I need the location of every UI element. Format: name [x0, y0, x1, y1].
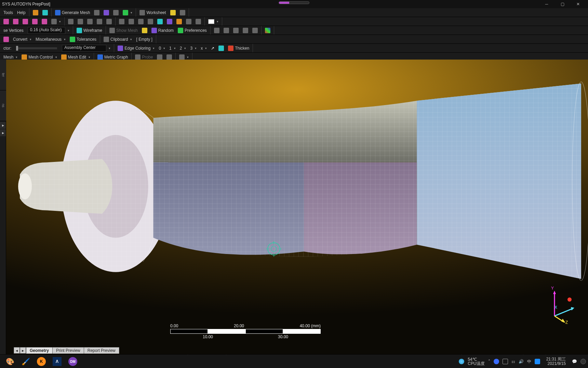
tray-chevron-icon[interactable]: ˄	[488, 359, 490, 364]
zoom-prev-button[interactable]	[146, 18, 155, 25]
tray-s-icon[interactable]	[535, 359, 540, 364]
info-icon-button[interactable]	[168, 9, 178, 16]
tolerances-button[interactable]: Tolerances	[68, 36, 98, 43]
tab-report-preview[interactable]: Report Preview	[84, 347, 119, 354]
zoom-out-button[interactable]	[104, 18, 114, 25]
tray-clock[interactable]: 21:31 周三 2021/9/15	[544, 357, 569, 366]
view-btn-c[interactable]	[184, 18, 193, 25]
taskbar-app-k[interactable]: K	[35, 356, 48, 367]
orientation-triad[interactable]: X Y Z	[544, 286, 575, 327]
tray-battery-icon[interactable]	[503, 359, 508, 364]
convert-icon-btn[interactable]	[1, 36, 11, 43]
undo-icon	[68, 19, 74, 24]
preferences-button[interactable]: Preferences	[176, 27, 209, 34]
tray-pin-icon[interactable]	[580, 359, 586, 364]
axis-btn-1[interactable]	[212, 27, 222, 34]
random-star-button[interactable]	[140, 27, 149, 34]
sel-btn-1[interactable]	[1, 18, 11, 25]
minimize-button[interactable]: ─	[539, 0, 554, 8]
cube-color-button[interactable]	[263, 27, 272, 34]
tray-sync-icon[interactable]	[494, 359, 499, 364]
zoom-fit-button[interactable]	[85, 18, 95, 25]
color-swatch[interactable]	[206, 18, 220, 25]
axis5-icon	[252, 28, 258, 33]
miscellaneous-button[interactable]: Miscellaneous	[34, 36, 68, 43]
sel-btn-3[interactable]	[21, 18, 30, 25]
tab-geometry[interactable]: Geometry	[26, 347, 53, 354]
maximize-button[interactable]: ▢	[554, 0, 570, 8]
taskbar-app-palette[interactable]: 🎨	[3, 356, 17, 367]
edge-x[interactable]: x	[199, 45, 209, 52]
sel-btn-4[interactable]	[30, 18, 40, 25]
axis-btn-2[interactable]	[222, 27, 231, 34]
left-expand-1[interactable]: ▸	[0, 122, 6, 129]
generate-mesh-button[interactable]: Generate Mesh	[53, 9, 92, 16]
redo-button[interactable]	[76, 18, 85, 25]
sel-btn-2[interactable]	[11, 18, 21, 25]
edge-2[interactable]: 2	[178, 45, 188, 52]
left-tab-b[interactable]: ns	[0, 90, 6, 121]
zoom-box-button[interactable]	[117, 18, 126, 25]
swatch-icon	[208, 19, 214, 24]
tray-notifications-icon[interactable]: 💬	[572, 359, 577, 364]
edge-coloring-button[interactable]: Edge Coloring	[116, 45, 157, 52]
random-button[interactable]: Random	[149, 27, 176, 34]
view-btn-a[interactable]	[165, 18, 174, 25]
zoom-in-button[interactable]	[95, 18, 104, 25]
thicken-button[interactable]: Thicken	[226, 45, 251, 52]
unknown-icon-1[interactable]	[31, 9, 40, 16]
check-icon	[178, 28, 183, 33]
axis-btn-3[interactable]	[231, 27, 241, 34]
bars-button[interactable]	[216, 45, 226, 52]
icon-btn-c[interactable]	[111, 9, 121, 16]
view-btn-b[interactable]	[174, 18, 184, 25]
assembly-center-value[interactable]: Assembly Center	[62, 45, 106, 52]
menu-help[interactable]: Help	[15, 9, 28, 16]
convert-button[interactable]: Convert	[11, 36, 34, 43]
arrow-button[interactable]: ↗	[209, 45, 216, 52]
scale-input[interactable]: 0.16 (Auto Scale)	[26, 27, 71, 34]
clipboard-button[interactable]: Clipboard	[102, 36, 134, 43]
axis-btn-5[interactable]	[250, 27, 260, 34]
worksheet-button[interactable]: Worksheet	[137, 9, 168, 16]
temp-widget[interactable]: 54℃ CPU温度	[468, 357, 484, 366]
left-expand-2[interactable]: ▸	[0, 129, 6, 136]
tray-wifi-icon[interactable]: ⚏	[511, 359, 515, 364]
icon-btn-d[interactable]	[121, 9, 134, 16]
viewport-3d[interactable]: 0.00 20.00 40.00 (mm) 10.00 30.00	[6, 60, 588, 354]
tray-volume-icon[interactable]: 🔊	[519, 359, 524, 364]
sel-btn-5[interactable]	[40, 18, 49, 25]
edge-1[interactable]: 1	[167, 45, 178, 52]
svg-point-8	[567, 297, 572, 302]
wireframe-button[interactable]: Wireframe	[75, 27, 104, 34]
icon-btn-a[interactable]	[92, 9, 102, 16]
edge-0[interactable]: 0	[157, 45, 167, 52]
tab-print-preview[interactable]: Print Preview	[52, 347, 84, 354]
taskbar-app-paint[interactable]: 🖌️	[19, 356, 32, 367]
left-tab-a[interactable]: ter	[0, 60, 6, 90]
tray-ime-icon[interactable]: 中	[527, 359, 531, 365]
show-mesh-button[interactable]: Show Mesh	[107, 27, 140, 34]
close-button[interactable]: ✕	[570, 0, 586, 8]
tab-scroll-right[interactable]: ▸	[20, 347, 26, 354]
unknown-icon-2[interactable]	[40, 9, 50, 16]
view-btn-d[interactable]	[193, 18, 203, 25]
axis-btn-4[interactable]	[241, 27, 250, 34]
scale-value[interactable]: 0.16 (Auto Scale)	[28, 27, 65, 34]
scale-10: 10.00	[203, 334, 213, 339]
taskbar-app-dm[interactable]: DM	[66, 356, 80, 367]
sel-btn-6[interactable]	[49, 18, 63, 25]
ctor-slider[interactable]	[16, 47, 57, 49]
tag-icon-button[interactable]	[178, 9, 187, 16]
taskbar-app-ansys[interactable]: Λ	[50, 356, 64, 367]
iso-button[interactable]	[155, 18, 165, 25]
weather-icon[interactable]	[459, 359, 464, 364]
icon-btn-b[interactable]	[102, 9, 111, 16]
edge-3[interactable]: 3	[188, 45, 199, 52]
zoom-all-button[interactable]	[126, 18, 136, 25]
assembly-center-dropdown[interactable]: Assembly Center	[60, 45, 112, 52]
undo-button[interactable]	[66, 18, 76, 25]
zoom-sel-button[interactable]	[136, 18, 146, 25]
tab-scroll-left[interactable]: ◂	[14, 347, 20, 354]
menu-tools[interactable]: Tools	[1, 9, 15, 16]
